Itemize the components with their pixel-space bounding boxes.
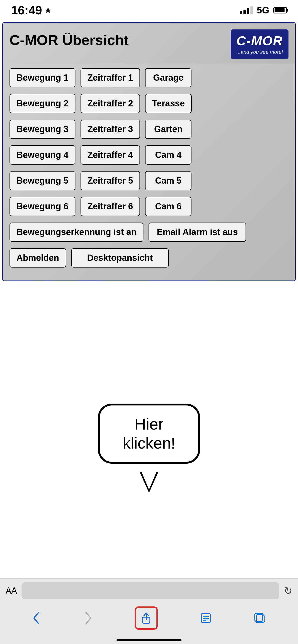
bar4	[250, 6, 253, 14]
callout-arrow	[140, 472, 158, 493]
signal-bars	[240, 6, 253, 14]
time-display: 16:49	[11, 3, 42, 17]
location-icon	[45, 7, 51, 14]
bottom-toolbar: AA ↻	[0, 578, 298, 644]
back-icon	[32, 612, 41, 624]
status-bar: 16:49 5G	[0, 0, 298, 20]
cam-4-button[interactable]: Cam 4	[145, 145, 191, 164]
callout-text: Hier klicken!	[123, 415, 175, 452]
status-time: 16:49	[11, 3, 51, 17]
network-label: 5G	[257, 5, 269, 16]
svg-rect-4	[201, 614, 210, 622]
forward-icon	[83, 612, 93, 624]
status-row: Bewegungserkennung ist an Email Alarm is…	[10, 222, 288, 242]
zeitraffer-4-button[interactable]: Zeitraffer 4	[81, 145, 140, 164]
reload-button[interactable]: ↻	[284, 585, 292, 597]
bewegung-4-button[interactable]: Bewegung 4	[10, 145, 75, 164]
app-title: C-MOR Übersicht	[10, 30, 129, 48]
app-container: C-MOR Übersicht C-MOR ...and you see mor…	[2, 22, 296, 281]
bewegung-2-button[interactable]: Bewegung 2	[10, 94, 75, 113]
bewegung-5-button[interactable]: Bewegung 5	[10, 171, 75, 190]
button-row-1: Bewegung 1 Zeitraffer 1 Garage	[10, 68, 288, 88]
bar3	[247, 8, 249, 14]
logo-box: C-MOR ...and you see more!	[231, 30, 288, 59]
bewegung-6-button[interactable]: Bewegung 6	[10, 197, 75, 216]
garten-button[interactable]: Garten	[145, 120, 191, 139]
logo-sub: ...and you see more!	[236, 49, 283, 55]
bewegung-1-button[interactable]: Bewegung 1	[10, 68, 75, 88]
white-space	[0, 283, 298, 394]
cam-5-button[interactable]: Cam 5	[145, 171, 191, 190]
button-row-6: Bewegung 6 Zeitraffer 6 Cam 6	[10, 197, 288, 216]
url-bar-row: AA ↻	[0, 579, 298, 603]
battery-icon	[273, 7, 287, 14]
logo-main: C-MOR	[236, 33, 283, 48]
abmelden-button[interactable]: Abmelden	[10, 248, 66, 268]
app-header: C-MOR Übersicht C-MOR ...and you see mor…	[3, 23, 295, 64]
bewegung-3-button[interactable]: Bewegung 3	[10, 120, 75, 139]
desktopansicht-button[interactable]: Desktopansicht	[71, 248, 169, 268]
arrow-shape	[140, 472, 158, 493]
share-highlight-box	[135, 606, 158, 630]
button-area: Bewegung 1 Zeitraffer 1 Garage Bewegung …	[3, 64, 295, 280]
battery-fill	[274, 8, 284, 12]
zeitraffer-5-button[interactable]: Zeitraffer 5	[81, 171, 140, 190]
action-row: Abmelden Desktopansicht	[10, 248, 288, 268]
callout-area: Hier klicken!	[0, 394, 298, 498]
zeitraffer-6-button[interactable]: Zeitraffer 6	[81, 197, 140, 216]
terasse-button[interactable]: Terasse	[145, 94, 192, 113]
url-input[interactable]	[22, 582, 279, 599]
back-button[interactable]	[32, 612, 41, 624]
home-indicator	[117, 639, 181, 641]
zeitraffer-1-button[interactable]: Zeitraffer 1	[81, 68, 140, 88]
cam-6-button[interactable]: Cam 6	[145, 197, 191, 216]
bar1	[240, 11, 242, 14]
email-alarm-button[interactable]: Email Alarm ist aus	[149, 222, 246, 242]
callout-bubble: Hier klicken!	[98, 404, 200, 464]
button-row-3: Bewegung 3 Zeitraffer 3 Garten	[10, 120, 288, 139]
bookmarks-button[interactable]	[200, 612, 212, 624]
button-row-4: Bewegung 4 Zeitraffer 4 Cam 4	[10, 145, 288, 164]
tabs-icon	[254, 612, 266, 624]
share-button[interactable]	[135, 606, 158, 630]
button-row-5: Bewegung 5 Zeitraffer 5 Cam 5	[10, 171, 288, 190]
garage-button[interactable]: Garage	[145, 68, 191, 88]
bookmarks-icon	[200, 612, 212, 624]
zeitraffer-3-button[interactable]: Zeitraffer 3	[81, 120, 140, 139]
forward-button[interactable]	[83, 612, 93, 624]
zeitraffer-2-button[interactable]: Zeitraffer 2	[81, 94, 140, 113]
bottom-padding	[0, 498, 298, 562]
aa-button[interactable]: AA	[6, 586, 17, 596]
bar2	[243, 10, 246, 14]
bewegungserkennung-button[interactable]: Bewegungserkennung ist an	[10, 222, 143, 242]
status-right: 5G	[240, 5, 287, 16]
nav-bar	[0, 603, 298, 637]
button-row-2: Bewegung 2 Zeitraffer 2 Terasse	[10, 94, 288, 113]
tabs-button[interactable]	[254, 612, 266, 624]
share-icon	[140, 612, 152, 624]
